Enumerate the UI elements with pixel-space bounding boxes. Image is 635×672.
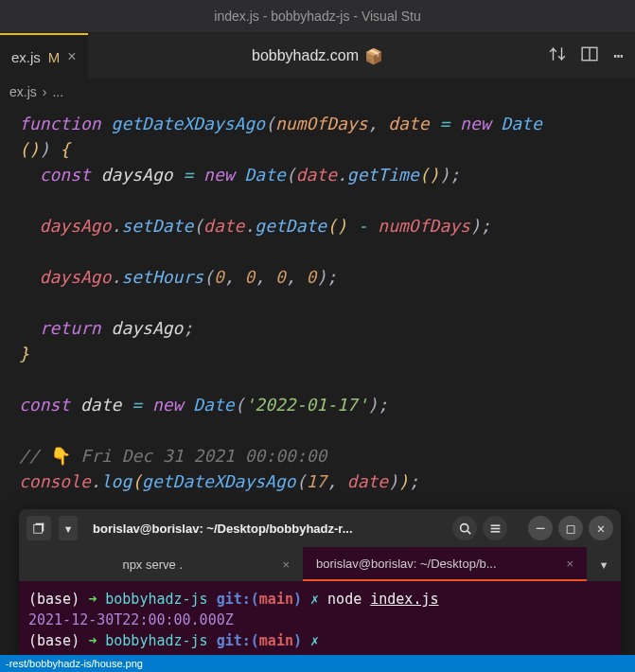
terminal-output: 2021-12-30T22:00:00.000Z [28, 610, 611, 630]
package-icon: 📦 [364, 47, 383, 65]
svg-rect-2 [34, 525, 43, 534]
editor-tab[interactable]: ex.js M × [0, 33, 88, 79]
center-title: bobbyhadz.com 📦 [252, 47, 383, 65]
tab-row: ex.js M × bobbyhadz.com 📦 ⋯ [0, 33, 635, 79]
window-title: index.js - bobbyhadz-js - Visual Stu [214, 9, 420, 24]
terminal-tab-1[interactable]: npx serve . × [19, 547, 303, 581]
close-icon[interactable]: × [282, 557, 290, 572]
maximize-button[interactable]: □ [558, 516, 583, 540]
svg-rect-4 [43, 523, 44, 532]
tab-filename: ex.js [11, 49, 41, 65]
svg-point-5 [460, 523, 467, 531]
menu-icon[interactable] [483, 516, 507, 540]
breadcrumb-more: ... [52, 84, 63, 99]
window-title-bar: index.js - bobbyhadz-js - Visual Stu [0, 0, 635, 33]
status-text: -rest/bobbyhadz-is/house.png [6, 658, 143, 669]
breadcrumb-file: ex.js [9, 84, 37, 99]
minimize-button[interactable]: ─ [528, 516, 553, 540]
terminal-body[interactable]: (base) ➜ bobbyhadz-js git:(main) ✗ node … [19, 581, 621, 661]
close-icon[interactable]: × [67, 48, 76, 65]
dropdown-button[interactable]: ▾ [59, 516, 78, 540]
terminal-title-bar: ▾ borislav@borislav: ~/Desktop/bobbyhadz… [19, 509, 621, 547]
terminal-tab-2[interactable]: borislav@borislav: ~/Desktop/b... × [303, 547, 587, 581]
split-icon[interactable] [581, 45, 598, 66]
editor-actions: ⋯ [549, 45, 624, 66]
close-icon[interactable]: × [566, 557, 573, 571]
more-icon[interactable]: ⋯ [613, 45, 624, 66]
close-button[interactable]: ✕ [589, 516, 613, 540]
svg-line-6 [467, 530, 469, 533]
tab-modified-indicator: M [48, 49, 61, 65]
breadcrumb[interactable]: ex.js › ... [0, 79, 635, 105]
search-icon[interactable] [452, 516, 477, 540]
terminal-tabs: npx serve . × borislav@borislav: ~/Deskt… [19, 547, 621, 581]
tab-dropdown-icon[interactable]: ▾ [587, 547, 621, 581]
terminal-title: borislav@borislav: ~/Desktop/bobbyhadz-r… [85, 522, 445, 536]
status-bar[interactable]: -rest/bobbyhadz-is/house.png [0, 655, 635, 672]
terminal-window: ▾ borislav@borislav: ~/Desktop/bobbyhadz… [19, 509, 621, 661]
new-tab-button[interactable] [26, 516, 51, 540]
compare-icon[interactable] [549, 45, 566, 66]
breadcrumb-sep: › [43, 84, 47, 99]
code-editor[interactable]: function getDateXDaysAgo(numOfDays, date… [0, 105, 635, 513]
